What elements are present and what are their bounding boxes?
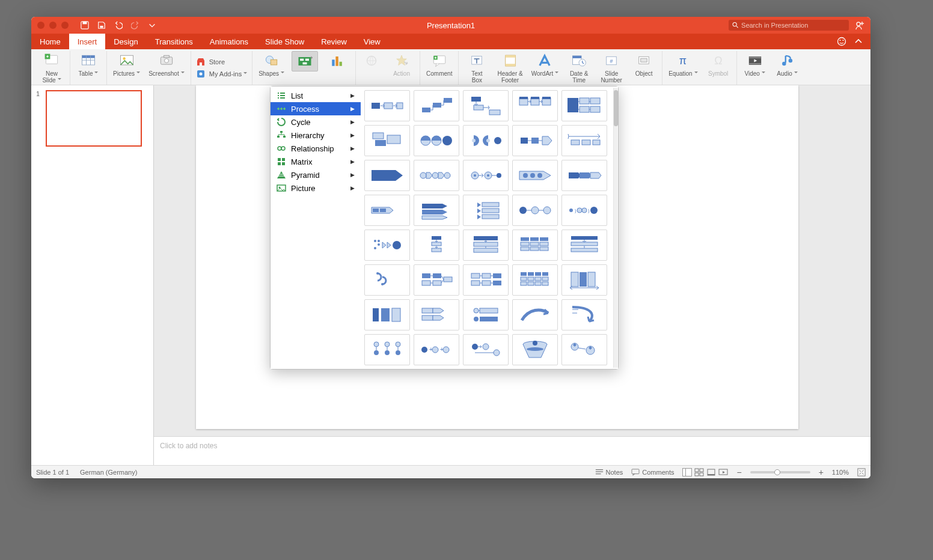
tab-insert[interactable]: Insert <box>69 34 106 49</box>
smartart-item[interactable] <box>561 334 607 365</box>
smartart-cat-matrix[interactable]: Matrix▶ <box>271 155 361 168</box>
smartart-cat-hierarchy[interactable]: Hierarchy▶ <box>271 129 361 142</box>
smartart-item[interactable] <box>414 299 459 330</box>
tab-view[interactable]: View <box>355 34 389 49</box>
pictures-button[interactable]: Pictures <box>112 51 141 78</box>
smartart-item[interactable] <box>561 90 607 121</box>
smartart-item[interactable] <box>463 195 509 226</box>
smartart-item[interactable] <box>561 299 607 330</box>
smartart-item[interactable] <box>512 299 558 330</box>
smartart-cat-relationship[interactable]: Relationship▶ <box>271 142 361 155</box>
gallery-scrollbar[interactable] <box>613 88 617 368</box>
smartart-cat-pyramid[interactable]: Pyramid▶ <box>271 168 361 181</box>
tab-transitions[interactable]: Transitions <box>147 34 201 49</box>
zoom-slider[interactable] <box>750 471 810 473</box>
smartart-item[interactable] <box>561 230 607 261</box>
smartart-item[interactable] <box>463 125 509 156</box>
smartart-item[interactable] <box>463 160 509 191</box>
smartart-item[interactable] <box>463 264 509 296</box>
smartart-item[interactable] <box>463 230 509 261</box>
video-button[interactable]: Video <box>742 51 768 78</box>
tab-home[interactable]: Home <box>31 34 69 49</box>
smartart-item[interactable] <box>364 195 410 226</box>
my-addins-button[interactable]: My Add-ins <box>196 69 247 79</box>
close-window-icon[interactable] <box>37 22 44 29</box>
table-button[interactable]: Table <box>75 51 102 78</box>
undo-icon[interactable] <box>114 21 123 29</box>
smartart-item[interactable] <box>512 90 558 121</box>
smartart-button[interactable] <box>292 51 318 72</box>
smartart-item[interactable] <box>463 90 509 121</box>
maximize-window-icon[interactable] <box>61 22 69 29</box>
comment-button[interactable]: Comment <box>425 51 453 78</box>
smartart-item[interactable] <box>364 230 410 261</box>
equation-button[interactable]: π Equation <box>667 51 699 78</box>
tab-slide-show[interactable]: Slide Show <box>257 34 313 49</box>
smartart-cat-picture[interactable]: Picture▶ <box>271 181 361 195</box>
zoom-level[interactable]: 110% <box>832 469 849 476</box>
text-box-button[interactable]: Text Box <box>463 51 490 85</box>
tab-design[interactable]: Design <box>105 34 146 49</box>
fit-to-window-icon[interactable] <box>857 468 866 476</box>
new-slide-button[interactable]: New Slide <box>38 51 65 85</box>
thumbnail-preview[interactable] <box>46 90 142 147</box>
smartart-item[interactable] <box>512 264 558 296</box>
smartart-cat-cycle[interactable]: Cycle▶ <box>271 115 361 129</box>
date-time-button[interactable]: Date & Time <box>566 51 592 85</box>
view-buttons[interactable] <box>682 468 728 476</box>
smartart-item[interactable] <box>512 160 558 191</box>
smartart-item[interactable] <box>414 90 459 121</box>
chart-button[interactable]: Chart <box>324 51 350 78</box>
window-controls[interactable] <box>31 22 75 29</box>
smartart-item[interactable] <box>414 195 459 226</box>
smartart-item[interactable] <box>364 299 410 330</box>
smartart-item[interactable] <box>364 125 410 156</box>
thumbnail-slide-1[interactable]: 1 <box>36 90 148 147</box>
smartart-item[interactable] <box>512 230 558 261</box>
status-language[interactable]: German (Germany) <box>80 469 137 476</box>
smartart-item[interactable] <box>414 125 459 156</box>
normal-view-icon[interactable] <box>682 468 692 476</box>
screenshot-button[interactable]: Screenshot <box>147 51 186 78</box>
smartart-item[interactable] <box>512 195 558 226</box>
object-button[interactable]: Object <box>631 51 657 78</box>
notes-toggle[interactable]: Notes <box>595 469 623 476</box>
smartart-item[interactable] <box>561 264 607 296</box>
reading-view-icon[interactable] <box>706 468 716 476</box>
store-button[interactable]: Store <box>196 57 247 67</box>
shapes-button[interactable]: Shapes <box>257 51 286 78</box>
slide-thumbnails-pane[interactable]: 1 <box>31 85 154 465</box>
customize-qat-icon[interactable] <box>148 21 156 29</box>
search-input[interactable] <box>741 22 845 29</box>
smartart-item[interactable] <box>463 334 509 365</box>
smartart-item[interactable]: ++ <box>414 334 459 365</box>
slide-number-button[interactable]: # Slide Number <box>598 51 625 85</box>
smartart-item[interactable] <box>414 230 459 261</box>
collapse-ribbon-icon[interactable] <box>854 37 863 46</box>
notes-pane[interactable]: Click to add notes <box>154 436 870 465</box>
smartart-cat-list[interactable]: List▶ <box>271 89 361 102</box>
smartart-item[interactable] <box>512 125 558 156</box>
redo-icon[interactable] <box>131 21 139 29</box>
comments-toggle[interactable]: Comments <box>631 469 674 476</box>
smartart-item[interactable] <box>512 334 558 365</box>
sorter-view-icon[interactable] <box>694 468 704 476</box>
smartart-item[interactable] <box>561 125 607 156</box>
zoom-out-button[interactable]: − <box>736 467 741 477</box>
share-icon[interactable] <box>855 20 864 30</box>
tab-review[interactable]: Review <box>313 34 355 49</box>
smartart-item[interactable] <box>414 160 459 191</box>
wordart-button[interactable]: WordArt <box>530 51 560 78</box>
slideshow-view-icon[interactable] <box>718 468 728 476</box>
header-footer-button[interactable]: Header & Footer <box>496 51 524 85</box>
minimize-window-icon[interactable] <box>49 22 57 29</box>
smartart-item[interactable]: )) <box>561 195 607 226</box>
save-icon[interactable] <box>97 21 106 29</box>
feedback-icon[interactable] <box>837 37 846 46</box>
search-box[interactable] <box>729 20 849 31</box>
autosave-icon[interactable] <box>81 21 89 29</box>
smartart-item[interactable] <box>364 334 410 365</box>
smartart-cat-process[interactable]: Process▶ <box>271 102 361 115</box>
audio-button[interactable]: Audio <box>774 51 801 78</box>
smartart-item[interactable] <box>463 299 509 330</box>
